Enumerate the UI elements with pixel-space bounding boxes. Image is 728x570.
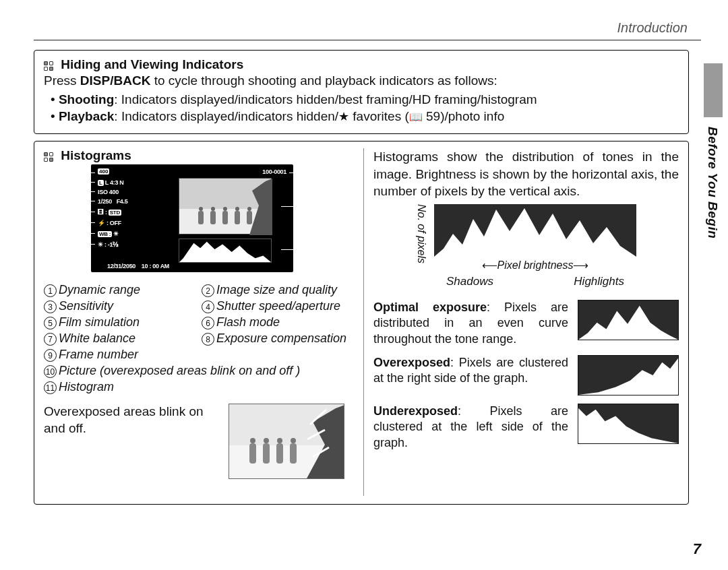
overexposed-desc: Overexposed: Pixels are clustered at the… — [373, 355, 568, 387]
box1-body: Press DISP/BACK to cycle through shootin… — [44, 72, 679, 125]
legend-item: 10Picture (overexposed areas blink on an… — [44, 364, 353, 378]
x-axis-label: ⟵Pixel brightness⟶ — [434, 258, 636, 273]
list-item: Playback: Indicators displayed/indicator… — [51, 108, 679, 125]
star-icon: ★ — [338, 110, 349, 123]
lcd-time: 10 : 00 AM — [142, 263, 169, 270]
playback-value-b: favorites ( — [349, 109, 409, 123]
list-item: Shooting: Indicators displayed/indicator… — [51, 91, 679, 108]
axis-histogram: No. of pixels ⟵Pixel brightness⟶ Shadows… — [414, 204, 657, 292]
big-histogram — [434, 204, 636, 257]
lcd-date: 12/31/2050 — [107, 263, 135, 270]
callout-1-icon: ① — [79, 168, 84, 175]
box1-list: Shooting: Indicators displayed/indicator… — [51, 91, 679, 125]
histograms-left: Histograms ① ② ③ ④ ⑤ ⑥ ⑦ ⑧ ⑨ ⑩ ⑪ 400 L L… — [44, 148, 361, 496]
overexposed-histogram — [578, 355, 679, 395]
lcd-mini-histogram — [179, 239, 272, 263]
intro-prefix: Press — [44, 73, 80, 88]
overexposed-example: Overexposed areas blink on and off. — [44, 404, 353, 479]
arrow-left-icon: ⟵ — [482, 259, 497, 271]
section-breadcrumb: Introduction — [34, 20, 701, 36]
overexposed-row: Overexposed: Pixels are clustered at the… — [373, 355, 679, 395]
callout-2-icon: ② — [79, 178, 84, 185]
page: Introduction Before You Begin 7 Hiding a… — [0, 0, 728, 570]
svg-marker-6 — [434, 208, 636, 257]
svg-marker-9 — [578, 408, 678, 443]
lcd-film: STD — [109, 210, 121, 216]
legend-item: 3Sensitivity — [44, 299, 195, 313]
lcd-frame: 100-0001 — [262, 168, 286, 175]
legend-item: 11Histogram — [44, 380, 353, 394]
right-intro: Histograms show the distribution of tone… — [373, 148, 679, 200]
callout-7-icon: ⑦ — [79, 229, 84, 236]
box2-heading-text: Histograms — [61, 148, 131, 162]
histograms-right: Histograms show the distribution of tone… — [363, 148, 679, 496]
svg-marker-7 — [578, 306, 678, 340]
svg-marker-0 — [249, 179, 272, 235]
overexposed-text: Overexposed areas blink on and off. — [44, 404, 219, 437]
legend-item: 6Flash mode — [202, 315, 353, 329]
page-number: 7 — [693, 540, 701, 558]
callout-3-icon: ③ — [79, 187, 84, 194]
lcd-photo-thumb — [179, 178, 272, 234]
hiding-viewing-box: Hiding and Viewing Indicators Press DISP… — [34, 50, 689, 134]
underexposed-row: Underexposed: Pixels are clustered at th… — [373, 404, 679, 451]
lcd-flash: : OFF — [107, 220, 121, 226]
lcd-legend: 1Dynamic range 2Image size and quality 3… — [44, 283, 353, 394]
underexposed-desc: Underexposed: Pixels are clustered at th… — [373, 404, 568, 451]
optimal-histogram — [578, 300, 679, 340]
box1-heading-text: Hiding and Viewing Indicators — [61, 57, 243, 71]
disp-back-label: DISP/BACK — [80, 73, 151, 88]
highlights-label: Highlights — [574, 274, 624, 290]
shadows-label: Shadows — [446, 274, 493, 290]
shooting-label: Shooting — [59, 92, 114, 106]
callout-8-icon: ⑧ — [79, 240, 84, 247]
callout-6-icon: ⑥ — [79, 218, 84, 225]
svg-marker-1 — [179, 242, 271, 262]
svg-marker-2 — [306, 404, 344, 479]
lcd-size: L 4:3 N — [105, 179, 124, 186]
overexposed-photo — [229, 404, 344, 479]
legend-item: 1Dynamic range — [44, 283, 195, 297]
histograms-box: Histograms ① ② ③ ④ ⑤ ⑥ ⑦ ⑧ ⑨ ⑩ ⑪ 400 L L… — [34, 141, 689, 505]
lcd-aperture: F4.5 — [117, 198, 128, 205]
callout-10-icon: ⑩ — [300, 202, 305, 209]
arrow-right-icon: ⟶ — [573, 259, 588, 271]
optimal-row: Optimal exposure: Pixels are distributed… — [373, 300, 679, 347]
playback-page: 59)/photo info — [423, 109, 504, 123]
legend-item: 5Film simulation — [44, 315, 195, 329]
lcd-iso: ISO 400 — [98, 189, 119, 195]
intro-suffix: to cycle through shooting and playback i… — [150, 73, 497, 88]
legend-item: 4Shutter speed/aperture — [202, 299, 353, 313]
lcd-display: ① ② ③ ④ ⑤ ⑥ ⑦ ⑧ ⑨ ⑩ ⑪ 400 L L 4:3 N ISO … — [91, 164, 293, 272]
underexposed-histogram — [578, 404, 679, 444]
lcd-ev: : -1⅔ — [104, 241, 119, 248]
lcd-shutter: 1/250 — [98, 198, 112, 205]
grid-icon — [44, 61, 56, 69]
lcd-wb: WB : — [98, 231, 112, 237]
header-rule — [34, 40, 701, 40]
legend-item: 2Image size and quality — [202, 283, 353, 297]
playback-label: Playback — [59, 109, 114, 123]
y-axis-label: No. of pixels — [414, 204, 429, 263]
callout-11-icon: ⑪ — [299, 245, 305, 254]
legend-item: 8Exposure compensation — [202, 331, 353, 346]
grid-icon — [44, 152, 56, 160]
callout-4-icon: ④ — [79, 197, 84, 203]
lcd-dr: 400 — [98, 168, 109, 175]
svg-marker-8 — [578, 358, 678, 395]
legend-item: 9Frame number — [44, 348, 353, 362]
callout-9-icon: ⑨ — [300, 168, 305, 175]
manual-page-icon: 📖 — [409, 111, 423, 123]
shooting-value: : Indicators displayed/indicators hidden… — [114, 92, 537, 106]
box1-heading: Hiding and Viewing Indicators — [44, 57, 679, 72]
box2-heading: Histograms — [44, 148, 353, 163]
callout-5-icon: ⑤ — [79, 208, 84, 214]
playback-value-a: : Indicators displayed/indicators hidden… — [114, 109, 338, 123]
optimal-text: Optimal exposure: Pixels are distributed… — [373, 300, 568, 347]
legend-item: 7White balance — [44, 331, 195, 346]
axis-range-labels: Shadows Highlights — [434, 274, 636, 290]
side-tab-marker — [704, 63, 723, 117]
side-section-label: Before You Begin — [705, 127, 720, 239]
